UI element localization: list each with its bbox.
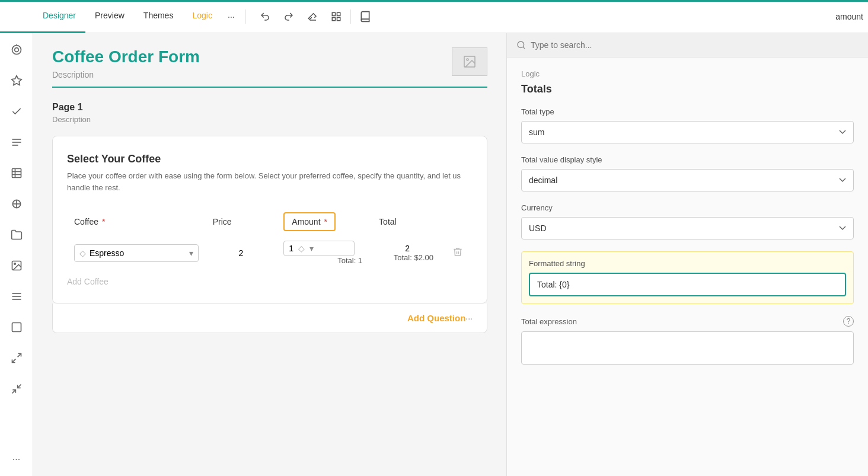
amount-cell: 1 ◇ ▾ Total: 1: [276, 236, 372, 270]
amount-dropdown-arrow: ▾: [309, 244, 314, 253]
total-type-label: Total type: [521, 107, 854, 116]
sidebar-image-icon[interactable]: [7, 256, 26, 275]
sidebar-folder-icon[interactable]: [7, 225, 26, 244]
help-icon[interactable]: ?: [843, 316, 854, 327]
svg-line-25: [12, 359, 15, 363]
sidebar-more-icon[interactable]: ···: [7, 450, 26, 469]
tab-preview[interactable]: Preview: [85, 0, 134, 33]
price-cell: 2: [206, 236, 277, 270]
form-area: Coffee Order Form Description Page 1 Des…: [33, 33, 506, 476]
sidebar-table-icon[interactable]: [7, 164, 26, 183]
total-expression-textarea[interactable]: [521, 331, 854, 365]
svg-line-27: [17, 385, 21, 388]
sidebar-text-icon[interactable]: [7, 133, 26, 152]
sidebar-star-icon[interactable]: [7, 71, 26, 90]
eraser-button[interactable]: [303, 7, 322, 26]
svg-point-4: [12, 46, 21, 55]
amount-sub-total: Total: 1: [283, 256, 365, 265]
delete-row-button[interactable]: [450, 244, 465, 261]
coffee-cell: ◇ Espresso ▾: [67, 236, 206, 270]
form-divider: [52, 87, 487, 88]
sidebar-expand-icon[interactable]: [7, 349, 26, 368]
sidebar-layers-icon[interactable]: [7, 194, 26, 213]
formatted-string-label: Formatted string: [529, 259, 846, 268]
svg-point-29: [467, 59, 468, 60]
page-label: Page 1: [52, 102, 487, 113]
redo-button[interactable]: [279, 7, 298, 26]
order-table: Coffee * Price Amount *: [67, 207, 473, 270]
settings-button[interactable]: [327, 7, 346, 26]
more-options-button[interactable]: ···: [465, 314, 473, 323]
sidebar-check-icon[interactable]: [7, 102, 26, 121]
add-question-button[interactable]: Add Question: [407, 313, 465, 323]
nav-toolbar: [256, 7, 346, 26]
currency-group: Currency USD EUR GBP JPY: [521, 203, 854, 239]
form-description: Description: [52, 70, 200, 79]
book-button[interactable]: [356, 7, 375, 26]
total-value-display-style-label: Total value display style: [521, 155, 854, 164]
svg-point-30: [518, 41, 524, 48]
form-thumbnail[interactable]: [452, 47, 487, 76]
total-value-display-style-select[interactable]: decimal integer currency: [521, 169, 854, 191]
table-row: ◇ Espresso ▾ 2 1 ◇ ▾: [67, 236, 473, 270]
more-nav-button[interactable]: ···: [222, 7, 241, 26]
total-type-group: Total type sum product count: [521, 107, 854, 143]
right-panel-content: Logic Totals Total type sum product coun…: [507, 57, 868, 476]
total-expression-group: Total expression ?: [521, 316, 854, 366]
svg-rect-11: [12, 169, 21, 178]
col-header-coffee: Coffee *: [67, 207, 206, 236]
tab-logic[interactable]: Logic: [183, 0, 221, 33]
total-type-select[interactable]: sum product count: [521, 121, 854, 143]
svg-rect-23: [12, 323, 21, 332]
sidebar-target-icon[interactable]: [7, 40, 26, 59]
col-header-amount: Amount *: [276, 207, 372, 236]
svg-point-19: [14, 263, 15, 265]
nav-divider-2: [350, 9, 351, 24]
left-sidebar: ···: [0, 33, 33, 476]
form-header: Coffee Order Form Description: [52, 47, 487, 88]
currency-label: Currency: [521, 203, 854, 212]
tab-themes[interactable]: Themes: [134, 0, 183, 33]
svg-marker-7: [11, 76, 21, 85]
page-description: Description: [52, 115, 487, 124]
formatted-string-input[interactable]: [529, 273, 846, 296]
svg-point-5: [14, 48, 18, 52]
total-value-display-style-group: Total value display style decimal intege…: [521, 155, 854, 191]
sidebar-list-icon[interactable]: [7, 287, 26, 306]
amount-header-cell: Amount *: [283, 212, 336, 231]
search-bar: [507, 33, 868, 57]
total-expression-label: Total expression ?: [521, 316, 854, 327]
card-subtitle: Place your coffee order with ease using …: [67, 170, 473, 193]
col-header-price: Price: [206, 207, 277, 236]
form-card: Select Your Coffee Place your coffee ord…: [52, 136, 487, 304]
tab-designer[interactable]: Designer: [0, 0, 85, 33]
svg-rect-1: [337, 12, 340, 15]
col-header-total: Total: [372, 207, 443, 236]
total-sub-value: Total: $2.00: [379, 253, 436, 262]
svg-line-26: [12, 390, 15, 394]
amount-number-field[interactable]: 1 ◇ ▾: [283, 241, 355, 256]
svg-rect-0: [332, 12, 335, 15]
amount-edit-icon: ◇: [298, 244, 305, 253]
add-question-bar: Add Question ···: [52, 304, 487, 333]
amount-required-star: *: [324, 217, 327, 226]
nav-divider-1: [245, 9, 246, 24]
coffee-select-field[interactable]: ◇ Espresso ▾: [74, 244, 199, 262]
sidebar-collapse-icon[interactable]: [7, 379, 26, 398]
coffee-required-star: *: [102, 217, 105, 226]
add-coffee-button[interactable]: Add Coffee: [67, 270, 473, 289]
sidebar-frame-icon[interactable]: [7, 318, 26, 337]
dropdown-arrow: ▾: [189, 248, 193, 258]
formatted-string-box: Formatted string: [521, 251, 854, 304]
svg-line-24: [17, 354, 21, 357]
right-panel: Logic Totals Total type sum product coun…: [506, 33, 868, 476]
currency-select[interactable]: USD EUR GBP JPY: [521, 217, 854, 239]
card-title: Select Your Coffee: [67, 153, 473, 165]
search-icon: [516, 40, 526, 50]
logic-label: Logic: [521, 69, 854, 78]
svg-rect-2: [332, 17, 335, 20]
col-header-actions: [443, 207, 473, 236]
search-input[interactable]: [531, 40, 859, 50]
undo-button[interactable]: [256, 7, 275, 26]
form-title: Coffee Order Form: [52, 47, 200, 66]
